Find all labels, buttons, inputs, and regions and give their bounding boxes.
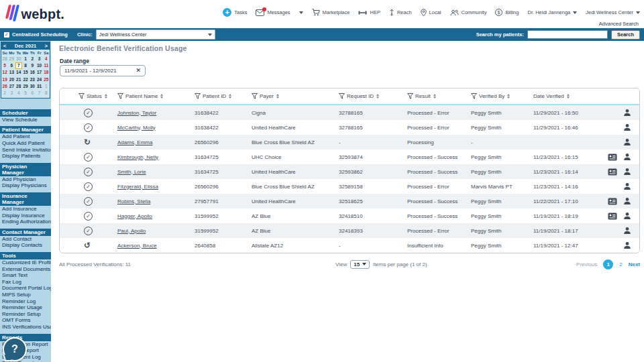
calendar-day[interactable]: 13 (8, 69, 15, 76)
calendar-day[interactable]: 26 (1, 83, 8, 90)
sidebar-item-add-physician[interactable]: Add Physician (0, 176, 51, 183)
column-header-verified-by[interactable]: Verified By (471, 93, 533, 99)
nav-local[interactable]: Local (421, 9, 441, 17)
sort-icon[interactable] (433, 94, 436, 99)
user-menu[interactable]: Dr. Heidi Jannenga (527, 9, 577, 15)
calendar-day[interactable]: 7 (36, 90, 42, 97)
sidebar-item-display-physicians[interactable]: Display Physicians (0, 182, 51, 189)
filter-icon[interactable] (117, 93, 123, 99)
calendar-day[interactable]: 30 (15, 56, 22, 62)
nav-hep[interactable]: HEP (358, 9, 380, 15)
filter-icon[interactable] (339, 93, 345, 99)
calendar-day[interactable]: 6 (29, 90, 36, 97)
calendar-day[interactable]: 14 (15, 69, 22, 76)
calendar-day-selected[interactable]: 7 (15, 62, 22, 69)
calendar-next-icon[interactable]: > (45, 43, 48, 49)
sort-icon[interactable] (567, 94, 570, 99)
sidebar-item-add-contact[interactable]: Add Contact (0, 236, 51, 243)
sidebar-item-display-contacts[interactable]: Display Contacts (0, 242, 51, 249)
sidebar-item-smart-text[interactable]: Smart Text (0, 272, 51, 279)
calendar-day[interactable]: 23 (29, 76, 36, 83)
calendar-day[interactable]: 2 (29, 56, 36, 62)
sidebar-item-fax-log[interactable]: Fax Log (0, 279, 51, 286)
patient-chart-icon[interactable] (623, 168, 631, 176)
calendar-day[interactable]: 16 (29, 69, 36, 76)
page-2-button[interactable]: 2 (619, 261, 622, 267)
filter-icon[interactable] (195, 93, 201, 99)
column-header-result[interactable]: Result (407, 93, 471, 99)
calendar-day[interactable]: 30 (29, 83, 36, 90)
patient-chart-icon[interactable] (623, 109, 631, 117)
calendar-day[interactable]: 19 (1, 76, 8, 83)
sort-icon[interactable] (376, 94, 379, 99)
nav-marketplace[interactable]: Marketplace (312, 9, 350, 16)
calendar-day[interactable]: 8 (22, 62, 29, 69)
patient-chart-icon[interactable] (623, 123, 631, 131)
calendar-day[interactable]: 21 (15, 76, 22, 83)
date-range-input[interactable]: 11/9/2021 - 12/9/2021 ✕ (60, 65, 146, 76)
sidebar-item-quick-add-patient[interactable]: Quick Add Patient (0, 140, 51, 147)
patient-name-link[interactable]: Smith, Lorie (117, 169, 146, 175)
nav-billing[interactable]: $ Billing (495, 9, 519, 16)
sidebar-item-reminder-usage[interactable]: Reminder Usage (0, 304, 51, 311)
filter-icon[interactable] (407, 93, 413, 99)
patient-chart-icon[interactable] (623, 197, 631, 205)
benefit-card-icon[interactable] (608, 168, 617, 176)
calendar-day[interactable]: 22 (22, 76, 29, 83)
column-header-patient-name[interactable]: Patient Name (117, 93, 195, 99)
patient-chart-icon[interactable] (623, 241, 631, 249)
calendar-day[interactable]: 6 (8, 62, 15, 69)
patient-search-input[interactable] (527, 30, 608, 39)
patient-name-link[interactable]: Kimbrough, Nelly (117, 154, 158, 160)
clinic-select[interactable]: Jedi Wellness Center (96, 29, 215, 40)
calendar-day[interactable]: 1 (22, 56, 29, 62)
calendar-day[interactable]: 9 (29, 62, 36, 69)
sort-icon[interactable] (276, 94, 279, 99)
sidebar-item-omt-forms[interactable]: OMT Forms (0, 317, 51, 324)
benefit-card-icon[interactable] (608, 213, 617, 220)
patient-name-link[interactable]: Paul, Apollo (117, 228, 146, 234)
calendar-day[interactable]: 29 (8, 56, 15, 62)
patient-name-link[interactable]: Robins, Stella (117, 198, 150, 204)
calendar-day[interactable]: 11 (43, 62, 50, 69)
calendar-day[interactable]: 18 (43, 69, 50, 76)
calendar-day[interactable]: 5 (1, 62, 8, 69)
calendar-day[interactable]: 3 (36, 56, 42, 62)
calendar-day[interactable]: 5 (22, 90, 29, 97)
filter-icon[interactable] (252, 93, 258, 99)
patient-name-link[interactable]: Fitzgerald, Elissa (117, 184, 158, 190)
nav-reach[interactable]: Reach (389, 9, 412, 17)
calendar-day[interactable]: 8 (43, 90, 50, 97)
sort-icon[interactable] (160, 94, 163, 99)
calendar-day[interactable]: 31 (36, 83, 42, 90)
sidebar-item-display-insurance[interactable]: Display Insurance (0, 213, 51, 219)
calendar-day[interactable]: 28 (1, 56, 8, 62)
column-header-patient-id[interactable]: Patient ID (195, 93, 252, 99)
calendar-day[interactable]: 27 (8, 83, 15, 90)
calendar-day[interactable]: 20 (8, 76, 15, 83)
previous-page-button[interactable]: Previous (576, 261, 597, 267)
sidebar-item-customized-ie-profiles[interactable]: Customized IE Profiles (0, 259, 51, 266)
calendar-day[interactable]: 4 (43, 56, 50, 62)
patient-chart-icon[interactable] (623, 212, 631, 220)
advanced-search-link[interactable]: Advanced Search (599, 21, 639, 27)
filter-icon[interactable] (471, 93, 477, 99)
sidebar-item-ins-verifications-usage[interactable]: INS Verifications Usage (0, 324, 51, 330)
calendar-day[interactable]: 4 (15, 90, 22, 97)
sort-icon[interactable] (105, 94, 107, 99)
column-header-status[interactable]: Status (60, 93, 117, 99)
sidebar-item-add-insurance[interactable]: Add Insurance (0, 206, 51, 213)
calendar-day[interactable]: 12 (1, 69, 8, 76)
help-button[interactable]: ? (3, 337, 27, 361)
patient-name-link[interactable]: Johnston, Taylor (117, 110, 156, 116)
calendar-day[interactable]: 17 (36, 69, 42, 76)
patient-name-link[interactable]: Hagger, Apollo (117, 213, 152, 219)
patient-chart-icon[interactable] (623, 138, 631, 146)
column-header-payer[interactable]: Payer (252, 93, 339, 99)
sidebar-item-display-patients[interactable]: Display Patients (0, 153, 51, 160)
patient-name-link[interactable]: Ackerson, Bruce (117, 243, 157, 249)
current-page-button[interactable]: 1 (603, 259, 613, 269)
calendar-day[interactable]: 2 (1, 90, 8, 97)
calendar-day[interactable]: 25 (43, 76, 50, 83)
benefit-card-icon[interactable] (608, 154, 617, 161)
